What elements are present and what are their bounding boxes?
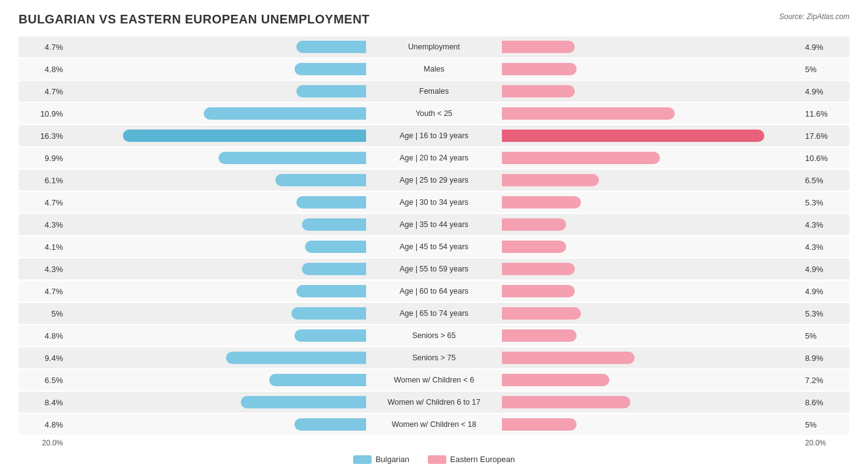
right-bar-container (502, 240, 800, 254)
left-bar-container (68, 262, 366, 276)
left-bar-container (68, 284, 366, 298)
left-bar-container (68, 218, 366, 231)
right-bar (502, 63, 577, 75)
chart-row: 4.7% Age | 60 to 64 years 4.9% (19, 281, 849, 302)
left-value: 4.7% (19, 87, 68, 96)
left-value: 4.1% (19, 242, 68, 252)
left-bar-container (68, 240, 366, 254)
left-value: 5% (19, 309, 68, 318)
left-bar (296, 196, 367, 209)
left-value: 8.4% (19, 398, 68, 407)
left-value: 4.7% (19, 43, 68, 52)
left-value: 9.9% (19, 154, 68, 163)
right-value: 4.3% (800, 242, 849, 252)
row-label: Youth < 25 (366, 109, 502, 118)
right-bar-container (502, 62, 800, 76)
right-value: 4.9% (800, 287, 849, 296)
left-bar-container (68, 418, 366, 431)
right-bar (502, 152, 660, 164)
chart-source: Source: ZipAtlas.com (779, 12, 849, 21)
left-value: 4.8% (19, 65, 68, 74)
right-bar (502, 307, 581, 320)
left-value: 4.7% (19, 287, 68, 296)
right-value: 4.3% (800, 220, 849, 229)
left-bar (275, 174, 366, 186)
right-bar-container (502, 40, 800, 54)
left-bar-container (68, 351, 366, 365)
left-bar-container (68, 307, 366, 320)
right-bar (502, 329, 577, 342)
left-bar-container (68, 107, 366, 120)
chart-row: 5% Age | 65 to 74 years 5.3% (19, 303, 849, 324)
left-bar (296, 41, 367, 53)
left-bar (123, 130, 366, 142)
left-bar (291, 307, 366, 320)
right-value: 5.3% (800, 309, 849, 318)
legend-item-bulgarian: Bulgarian (353, 455, 409, 464)
chart-row: 4.7% Age | 30 to 34 years 5.3% (19, 192, 849, 213)
right-bar-container (502, 418, 800, 431)
chart-row: 9.4% Seniors > 75 8.9% (19, 347, 849, 368)
legend-swatch-blue (353, 455, 372, 464)
right-bar (502, 241, 566, 253)
left-value: 9.4% (19, 353, 68, 363)
row-label: Age | 55 to 59 years (366, 265, 502, 273)
row-label: Women w/ Children < 6 (366, 376, 502, 384)
left-bar (302, 263, 366, 275)
left-value: 4.3% (19, 220, 68, 229)
chart-header: BULGARIAN VS EASTERN EUROPEAN UNEMPLOYME… (19, 12, 849, 27)
left-bar-container (68, 62, 366, 76)
right-value: 8.6% (800, 398, 849, 407)
legend-item-eastern: Eastern European (428, 455, 515, 464)
right-value: 11.6% (800, 109, 849, 118)
right-value: 4.9% (800, 43, 849, 52)
right-bar-container (502, 85, 800, 98)
left-bar-container (68, 151, 366, 165)
left-bar (204, 107, 366, 120)
chart-row: 4.8% Males 5% (19, 59, 849, 80)
right-value: 5% (800, 331, 849, 341)
chart-row: 9.9% Age | 20 to 24 years 10.6% (19, 147, 849, 168)
row-label: Age | 25 to 29 years (366, 176, 502, 184)
left-bar (294, 329, 366, 342)
left-bar (294, 63, 366, 75)
left-bar-container (68, 395, 366, 409)
chart-row: 4.3% Age | 35 to 44 years 4.3% (19, 214, 849, 235)
bottom-axis-right: 20.0% (800, 439, 849, 447)
chart-row: 4.7% Unemployment 4.9% (19, 36, 849, 57)
row-label: Males (366, 65, 502, 73)
left-value: 10.9% (19, 109, 68, 118)
right-value: 7.2% (800, 376, 849, 385)
right-bar (502, 107, 675, 120)
left-bar-container (68, 40, 366, 54)
chart-row: 4.3% Age | 55 to 59 years 4.9% (19, 258, 849, 279)
row-label: Unemployment (366, 43, 502, 51)
right-bar (502, 41, 575, 53)
row-label: Women w/ Children 6 to 17 (366, 398, 502, 407)
left-bar-container (68, 129, 366, 143)
row-label: Age | 45 to 54 years (366, 242, 502, 251)
row-label: Females (366, 87, 502, 96)
row-label: Seniors > 75 (366, 353, 502, 362)
right-bar-container (502, 307, 800, 320)
chart-title: BULGARIAN VS EASTERN EUROPEAN UNEMPLOYME… (19, 12, 370, 27)
left-bar-container (68, 373, 366, 387)
right-bar (502, 263, 575, 275)
right-bar (502, 218, 566, 231)
right-value: 4.9% (800, 265, 849, 274)
legend-label-bulgarian: Bulgarian (375, 455, 409, 464)
right-bar (502, 352, 635, 364)
left-bar (269, 374, 366, 386)
left-bar (296, 285, 367, 297)
row-label: Age | 60 to 64 years (366, 287, 502, 295)
bottom-axis: 20.0% 20.0% (19, 439, 849, 447)
row-label: Age | 35 to 44 years (366, 220, 502, 229)
right-bar-container (502, 218, 800, 231)
chart-area: 4.7% Unemployment 4.9% 4.8% Males (19, 36, 849, 435)
right-value: 5% (800, 65, 849, 74)
left-bar (219, 152, 366, 164)
left-value: 4.7% (19, 198, 68, 207)
legend: Bulgarian Eastern European (19, 455, 849, 464)
chart-row: 16.3% Age | 16 to 19 years 17.6% (19, 125, 849, 146)
right-bar (502, 418, 577, 431)
